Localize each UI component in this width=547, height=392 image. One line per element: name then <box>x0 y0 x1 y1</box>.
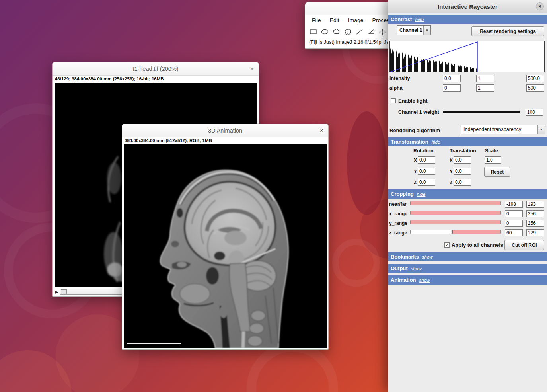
3d-animation-info-text: 384.00x384.00 mm (512x512); RGB; 1MB <box>122 137 328 144</box>
menu-file[interactable]: File <box>308 17 325 23</box>
xrange-min-field[interactable] <box>505 210 523 217</box>
translation-z-field[interactable] <box>454 179 471 186</box>
output-show-link[interactable]: show <box>411 266 422 271</box>
zrange-min-field[interactable] <box>505 229 523 236</box>
nearfar-slider[interactable] <box>410 201 501 205</box>
close-icon[interactable]: × <box>320 127 323 134</box>
xrange-slider[interactable] <box>410 211 501 215</box>
yrange-slider[interactable] <box>410 220 501 224</box>
chevron-down-icon: ▼ <box>423 26 430 35</box>
wallpaper-circle <box>0 350 72 392</box>
transformation-header-label: Transformation <box>391 139 428 145</box>
intensity-min-field[interactable] <box>443 75 461 82</box>
cut-off-roi-button[interactable]: Cut off ROI <box>504 240 544 250</box>
nearfar-min-field[interactable] <box>505 201 523 208</box>
raycaster-panel: Interactive Raycaster × Contrast hide Ch… <box>388 0 547 392</box>
translation-column-header: Translation <box>450 148 476 154</box>
scale-column-header: Scale <box>485 148 498 154</box>
output-header-label: Output <box>391 265 408 271</box>
transfer-function-line <box>390 41 544 72</box>
alpha-gamma-field[interactable] <box>476 84 494 92</box>
intensity-gamma-field[interactable] <box>476 75 494 82</box>
rotation-x-axis-label: X <box>414 158 417 163</box>
channel-weight-label: Channel 1 weight <box>398 109 439 115</box>
alpha-max-field[interactable] <box>526 84 544 92</box>
rotation-z-field[interactable] <box>418 179 435 186</box>
3d-render-canvas[interactable] <box>124 144 327 348</box>
alpha-label: alpha <box>389 85 403 91</box>
line-tool-icon[interactable] <box>354 27 365 37</box>
transformation-header: Transformation hide <box>388 137 547 146</box>
rendering-algorithm-label: Rendering algorithm <box>389 127 440 133</box>
oval-tool-icon[interactable] <box>319 27 330 37</box>
translation-z-axis-label: Z <box>450 180 452 185</box>
yrange-label: y_range <box>389 220 407 226</box>
translation-y-axis-label: Y <box>450 169 453 174</box>
raycaster-titlebar[interactable]: Interactive Raycaster × <box>388 0 547 13</box>
enable-light-checkbox[interactable] <box>391 98 396 103</box>
cropping-hide-link[interactable]: hide <box>417 192 426 197</box>
alpha-min-field[interactable] <box>443 84 461 92</box>
close-icon[interactable]: × <box>536 2 544 10</box>
t1-head-titlebar[interactable]: t1-head.tif (200%) × <box>53 62 259 76</box>
bookmarks-header: Bookmarks show <box>388 252 547 261</box>
3d-animation-titlebar[interactable]: 3D Animation × <box>122 124 328 137</box>
brain-mri-render <box>124 144 327 348</box>
scale-field[interactable] <box>485 156 501 164</box>
animation-header-label: Animation <box>391 277 416 283</box>
angle-tool-icon[interactable] <box>365 27 376 37</box>
rotation-z-axis-label: Z <box>414 180 417 185</box>
apply-all-channels-label: Apply to all channels <box>452 242 503 248</box>
channel-weight-field[interactable] <box>526 109 543 116</box>
zrange-max-field[interactable] <box>526 229 544 236</box>
raycaster-title: Interactive Raycaster <box>438 3 498 10</box>
rotation-y-field[interactable] <box>418 168 435 175</box>
point-tool-icon[interactable] <box>377 27 388 37</box>
xrange-max-field[interactable] <box>526 210 544 217</box>
scale-bar <box>127 343 181 344</box>
intensity-label: intensity <box>389 76 410 81</box>
zrange-slider[interactable] <box>410 230 501 234</box>
enable-light-label: Enable light <box>398 98 428 104</box>
transformation-reset-button[interactable]: Reset <box>484 167 510 177</box>
translation-x-field[interactable] <box>454 156 471 164</box>
yrange-min-field[interactable] <box>505 220 523 227</box>
slice-scrollbar-thumb[interactable] <box>61 289 67 294</box>
apply-all-channels-checkbox[interactable]: ✓ <box>444 242 450 248</box>
wallpaper-circle <box>332 239 380 287</box>
reset-rendering-settings-button[interactable]: Reset rendering settings <box>471 26 544 36</box>
animation-show-link[interactable]: show <box>419 278 430 283</box>
3d-animation-title: 3D Animation <box>208 127 242 134</box>
desktop: File Edit Image Process (Fiji Is Just) I… <box>0 0 547 392</box>
cropping-header: Cropping hide <box>388 189 547 199</box>
menu-edit[interactable]: Edit <box>325 17 344 23</box>
zrange-label: z_range <box>389 230 407 236</box>
rectangle-tool-icon[interactable] <box>308 27 319 37</box>
contrast-hide-link[interactable]: hide <box>415 17 424 22</box>
yrange-max-field[interactable] <box>526 220 544 227</box>
freehand-tool-icon[interactable] <box>342 27 353 37</box>
output-header: Output show <box>388 264 547 273</box>
transfer-function-histogram[interactable] <box>389 41 545 72</box>
play-icon[interactable]: ▶ <box>55 289 60 294</box>
chevron-down-icon: ▼ <box>537 125 545 134</box>
animation-header: Animation show <box>388 275 547 285</box>
channel-weight-slider[interactable] <box>443 111 520 113</box>
zrange-slider-thumb[interactable] <box>451 230 453 234</box>
t1-head-title: t1-head.tif (200%) <box>132 66 178 72</box>
bookmarks-show-link[interactable]: show <box>422 255 433 259</box>
channel-select[interactable]: Channel 1 ▼ <box>397 25 431 35</box>
nearfar-max-field[interactable] <box>526 201 544 208</box>
wallpaper-blob <box>347 111 387 215</box>
translation-y-field[interactable] <box>454 168 471 175</box>
t1-info-text: 46/129; 384.00x384.00 mm (256x256); 16-b… <box>53 76 259 83</box>
contrast-header-label: Contrast <box>391 16 412 22</box>
close-icon[interactable]: × <box>250 66 254 72</box>
intensity-max-field[interactable] <box>526 75 544 82</box>
transformation-hide-link[interactable]: hide <box>432 140 440 144</box>
polygon-tool-icon[interactable] <box>331 27 342 37</box>
3d-animation-window: 3D Animation × 384.00x384.00 mm (512x512… <box>122 124 329 350</box>
menu-image[interactable]: Image <box>344 17 368 23</box>
rotation-x-field[interactable] <box>418 156 435 164</box>
rendering-algorithm-select[interactable]: Independent transparency ▼ <box>461 125 545 134</box>
